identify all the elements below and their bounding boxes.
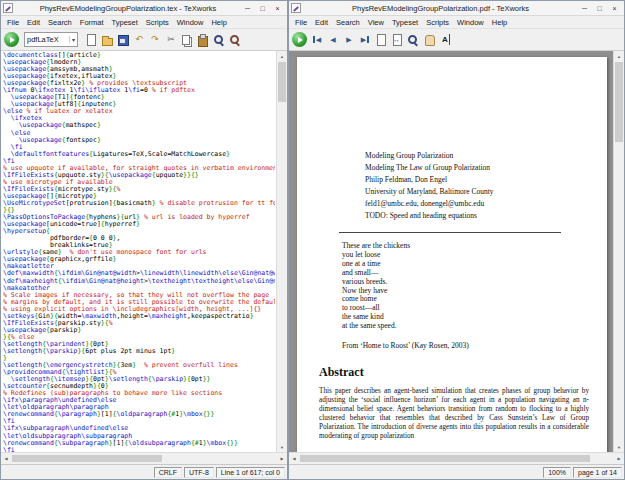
fit-width-icon[interactable] <box>390 33 404 47</box>
pdf-window-controls: ─□× <box>577 2 622 14</box>
minimize-button[interactable]: ─ <box>240 2 255 14</box>
code-line: \usepackage{parskip} <box>3 327 275 334</box>
poem-line: at the same speed. <box>342 322 589 331</box>
menu-typeset[interactable]: Typeset <box>108 18 142 27</box>
poem-attribution: From ‘Home to Roost’ (Kay Rosen, 2003) <box>342 341 589 350</box>
code-line: \UseMicrotypeSet[protrusion]{basicmath} … <box>3 200 275 207</box>
scroll-up-arrow-icon[interactable]: ▲ <box>277 51 287 61</box>
menu-file[interactable]: File <box>3 18 23 27</box>
pdf-menubar: FileEditSearchViewTypesetScriptsWindowHe… <box>289 16 624 29</box>
pdf-toolbar <box>289 29 624 51</box>
next-page-icon[interactable] <box>342 33 356 47</box>
desktop: PhysRevEModelingGroupPolarization.tex - … <box>0 0 625 480</box>
editor-vscroll-thumb[interactable] <box>278 62 286 102</box>
page-number-indicator: page 1 of 14 <box>573 467 622 478</box>
pdf-horizontal-scrollbar[interactable]: ◀ ▶ <box>289 452 624 464</box>
previous-page-icon[interactable] <box>326 33 340 47</box>
pdf-view[interactable]: Modeling Group PolarizationModeling The … <box>289 51 624 452</box>
menu-search[interactable]: Search <box>44 18 76 27</box>
scroll-left-arrow-icon[interactable]: ◀ <box>1 456 11 461</box>
close-button[interactable]: × <box>607 2 622 14</box>
pdf-page-content: Modeling Group PolarizationModeling The … <box>297 57 607 441</box>
pdf-titlebar[interactable]: PhysRevEModelingGroupPolarization.pdf - … <box>289 1 624 16</box>
editor-window: PhysRevEModelingGroupPolarization.tex - … <box>0 0 288 480</box>
new-document-icon[interactable] <box>84 33 98 47</box>
menu-view[interactable]: View <box>364 18 388 27</box>
pdf-toolbar-icons <box>309 33 453 47</box>
typeset-format-select[interactable]: pdfLaTeX ▾ <box>24 32 78 47</box>
menu-window[interactable]: Window <box>173 18 208 27</box>
pdf-page[interactable]: Modeling Group PolarizationModeling The … <box>297 57 607 452</box>
pdf-vscroll-thumb[interactable] <box>615 62 623 142</box>
editor-menubar: FileEditSearchFormatTypesetScriptsWindow… <box>1 16 287 29</box>
menu-scripts[interactable]: Scripts <box>142 18 173 27</box>
last-page-icon[interactable] <box>358 33 372 47</box>
abstract-heading: Abstract <box>319 365 589 380</box>
find-icon[interactable] <box>212 33 226 47</box>
maximize-button[interactable]: □ <box>592 2 607 14</box>
menu-typeset[interactable]: Typeset <box>388 18 422 27</box>
scroll-left-arrow-icon[interactable]: ◀ <box>289 456 299 461</box>
scroll-down-arrow-icon[interactable]: ▼ <box>614 442 624 452</box>
editor-titlebar[interactable]: PhysRevEModelingGroupPolarization.tex - … <box>1 1 287 16</box>
magnify-icon[interactable] <box>406 33 420 47</box>
editor-vertical-scrollbar[interactable]: ▲ ▼ <box>276 51 287 452</box>
scroll-up-arrow-icon[interactable]: ▲ <box>614 51 624 61</box>
encoding-indicator: UTF-8 <box>184 467 214 478</box>
editor-hscroll-thumb[interactable] <box>12 455 162 462</box>
copy-icon[interactable] <box>180 33 194 47</box>
title-block-line: feld1@umbc.edu, donengel@umbc.edu <box>365 198 589 210</box>
code-line: \usepackage{mathspec} <box>3 122 275 129</box>
pdf-vertical-scrollbar[interactable]: ▲ ▼ <box>613 51 624 452</box>
typeset-run-button[interactable] <box>4 32 19 47</box>
zoom-level-indicator: 100% <box>543 467 571 478</box>
scroll-right-arrow-icon[interactable]: ▶ <box>277 456 287 461</box>
typeset-run-button[interactable] <box>292 32 307 47</box>
paste-icon[interactable] <box>196 33 210 47</box>
code-editor[interactable]: \documentclass[]{article}\usepackage{lmo… <box>3 52 275 452</box>
poem-line: Now they have <box>342 287 589 296</box>
title-block-line: Philip Feldman, Don Engel <box>365 174 589 186</box>
maximize-button[interactable]: □ <box>255 2 270 14</box>
menu-file[interactable]: File <box>291 18 311 27</box>
editor-toolbar: pdfLaTeX ▾ <box>1 29 287 51</box>
pdf-hscroll-thumb[interactable] <box>300 455 590 462</box>
poem-line: one at a time <box>342 260 589 269</box>
actual-size-icon[interactable] <box>374 33 388 47</box>
undo-icon[interactable] <box>132 33 146 47</box>
code-line: \renewcommand{\subparagraph}[1]{\oldsubp… <box>3 440 275 447</box>
typeset-format-value: pdfLaTeX <box>27 35 59 44</box>
menu-help[interactable]: Help <box>488 18 511 27</box>
menu-edit[interactable]: Edit <box>311 18 332 27</box>
select-text-icon[interactable] <box>438 33 452 47</box>
abstract-paragraph: This paper describes an agent-based simu… <box>319 387 589 441</box>
menu-help[interactable]: Help <box>207 18 230 27</box>
minimize-button[interactable]: ─ <box>577 2 592 14</box>
scroll-down-arrow-icon[interactable]: ▼ <box>277 442 287 452</box>
menu-edit[interactable]: Edit <box>23 18 44 27</box>
save-icon[interactable] <box>116 33 130 47</box>
replace-icon[interactable] <box>228 33 242 47</box>
code-line: \renewcommand{\paragraph}[1]{\oldparagra… <box>3 411 275 418</box>
title-block-line: TODO: Speed and heading equations <box>365 210 589 222</box>
pdf-window-title: PhysRevEModelingGroupPolarization.pdf - … <box>304 4 577 13</box>
menu-scripts[interactable]: Scripts <box>422 18 453 27</box>
menu-format[interactable]: Format <box>76 18 108 27</box>
open-icon[interactable] <box>100 33 114 47</box>
code-line: \defaultfontfeatures{Ligatures=TeX,Scale… <box>3 151 275 158</box>
cut-icon[interactable] <box>164 33 178 47</box>
code-line: \setlength{\parskip}{6pt plus 2pt minus … <box>3 348 275 355</box>
editor-toolbar-icons <box>83 33 243 47</box>
redo-icon[interactable] <box>148 33 162 47</box>
title-block-line: University of Maryland, Baltimore County <box>365 186 589 198</box>
editor-window-title: PhysRevEModelingGroupPolarization.tex - … <box>16 4 240 13</box>
menu-window[interactable]: Window <box>453 18 488 27</box>
editor-horizontal-scrollbar[interactable]: ◀ ▶ <box>1 452 287 464</box>
scroll-right-arrow-icon[interactable]: ▶ <box>614 456 624 461</box>
first-page-icon[interactable] <box>310 33 324 47</box>
horizontal-rule <box>339 232 561 233</box>
pdf-statusbar: 100% page 1 of 14 <box>289 464 624 479</box>
close-button[interactable]: × <box>270 2 285 14</box>
menu-search[interactable]: Search <box>332 18 364 27</box>
hand-tool-icon[interactable] <box>422 33 436 47</box>
